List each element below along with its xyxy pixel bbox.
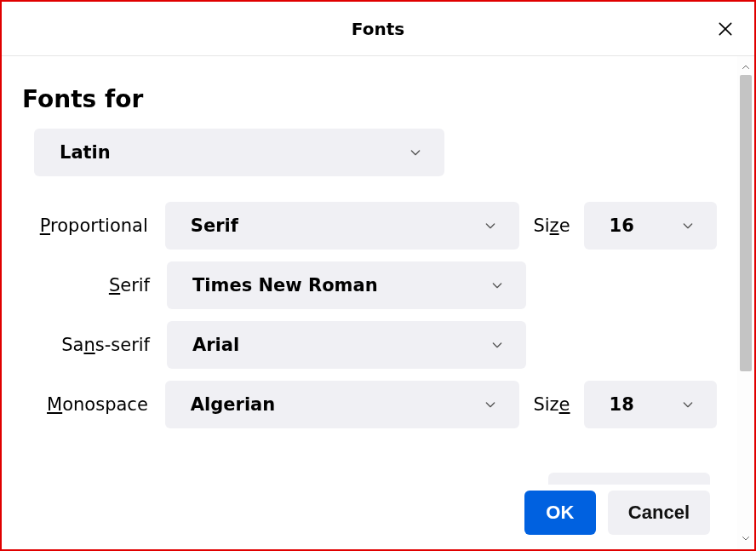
proportional-label: Proportional	[22, 215, 157, 236]
dialog-title: Fonts	[352, 19, 404, 39]
chevron-down-icon	[678, 394, 698, 415]
proportional-row: Proportional Serif Size 16	[22, 202, 717, 250]
chevron-down-icon	[487, 335, 507, 355]
scrollbar-track[interactable]	[740, 75, 752, 531]
monospace-font-select[interactable]: Algerian	[165, 381, 520, 428]
close-button[interactable]	[708, 12, 742, 46]
dialog-footer: OK Cancel	[3, 478, 736, 548]
serif-row: Serif Times New Roman	[22, 261, 717, 309]
proportional-font-value: Serif	[191, 215, 238, 236]
cancel-button[interactable]: Cancel	[608, 491, 710, 535]
monospace-label: Monospace	[22, 394, 157, 415]
sans-serif-font-select[interactable]: Arial	[167, 321, 526, 369]
ok-button[interactable]: OK	[524, 491, 596, 535]
vertical-scrollbar[interactable]	[737, 56, 754, 549]
monospace-font-value: Algerian	[191, 394, 275, 415]
proportional-size-label: Size	[533, 215, 570, 236]
serif-label: Serif	[22, 275, 158, 296]
chevron-down-icon	[487, 275, 507, 296]
sans-serif-label: Sans-serif	[22, 335, 158, 355]
serif-font-select[interactable]: Times New Roman	[167, 261, 526, 309]
scroll-up-arrow-icon[interactable]	[738, 60, 753, 75]
language-row: Latin	[22, 129, 717, 176]
language-value: Latin	[60, 142, 111, 163]
chevron-down-icon	[480, 394, 501, 415]
chevron-down-icon	[405, 142, 426, 163]
monospace-row: Monospace Algerian Size 18	[22, 381, 717, 428]
language-select[interactable]: Latin	[34, 129, 444, 176]
sans-serif-row: Sans-serif Arial	[22, 321, 717, 369]
proportional-size-select[interactable]: 16	[584, 202, 717, 250]
proportional-font-select[interactable]: Serif	[165, 202, 520, 250]
scroll-down-arrow-icon[interactable]	[738, 531, 753, 546]
section-heading: Fonts for	[22, 85, 717, 113]
proportional-size-value: 16	[610, 215, 634, 236]
monospace-size-value: 18	[610, 394, 634, 415]
sans-serif-font-value: Arial	[192, 335, 239, 355]
chevron-down-icon	[678, 215, 698, 236]
serif-font-value: Times New Roman	[192, 275, 378, 296]
fonts-dialog: Fonts Fonts for Latin Proportional	[0, 0, 756, 551]
monospace-size-label: Size	[533, 394, 570, 415]
scrollbar-thumb[interactable]	[740, 75, 752, 371]
chevron-down-icon	[480, 215, 501, 236]
monospace-size-select[interactable]: 18	[584, 381, 717, 428]
title-bar: Fonts	[2, 2, 754, 56]
close-icon	[717, 20, 734, 37]
